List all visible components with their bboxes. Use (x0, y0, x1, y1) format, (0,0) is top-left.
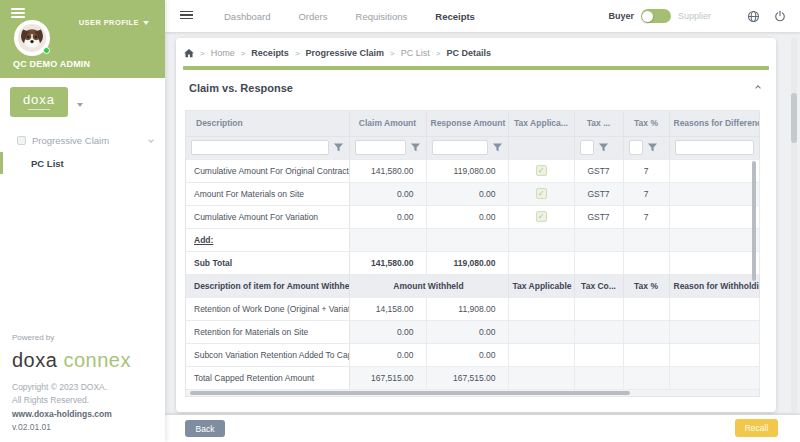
tax-applicable-checkbox[interactable]: ✓ (536, 188, 547, 199)
doxa-logo-subline (28, 109, 50, 110)
buyer-supplier-toggle[interactable] (641, 9, 671, 23)
sidebar-item-pc-list[interactable]: PC List (0, 151, 165, 175)
tax-code-cell: GST7 (574, 182, 623, 205)
logo-dropdown-caret[interactable] (77, 93, 83, 111)
tab-dashboard[interactable]: Dashboard (224, 11, 270, 22)
avatar[interactable] (14, 20, 50, 56)
copyright-text: Copyright © 2023 DOXA. (12, 381, 157, 394)
scrollbar-thumb[interactable] (791, 93, 797, 143)
claim-amount-cell: 141,580.00 (349, 159, 426, 182)
breadcrumb-receipts[interactable]: Receipts (251, 48, 289, 58)
power-icon[interactable] (774, 10, 786, 22)
breadcrumb-separator: > (241, 49, 246, 58)
tax-pct-cell: 7 (623, 159, 669, 182)
sidebar-header: USER PROFILE QC DEMO ADMIN (0, 0, 165, 78)
filter-tax-code-input[interactable] (580, 140, 594, 155)
nav-tabs: Dashboard Orders Requisitions Receipts (224, 11, 475, 22)
filter-row (186, 136, 759, 159)
chevron-down-icon (77, 103, 83, 107)
sidebar: USER PROFILE QC DEMO ADMIN doxa (0, 0, 165, 442)
filter-claim-amount-input[interactable] (355, 140, 406, 155)
table-vertical-scrollbar[interactable] (752, 161, 756, 281)
user-name: QC DEMO ADMIN (13, 59, 90, 69)
scrollbar-thumb[interactable] (190, 391, 630, 395)
description-cell: Cumulative Amount For Variation (186, 205, 349, 228)
brand-doxa: doxa (12, 349, 57, 371)
withheld-header-row: Description of item for Amount Withheld … (186, 274, 759, 297)
buyer-label: Buyer (608, 11, 634, 21)
user-profile-menu[interactable]: USER PROFILE (79, 18, 149, 27)
tab-receipts[interactable]: Receipts (435, 11, 475, 22)
toggle-knob (642, 11, 653, 22)
back-button[interactable]: Back (185, 420, 225, 437)
doxa-logo-button[interactable]: doxa (10, 87, 68, 117)
active-item-indicator (0, 152, 3, 174)
col-header-response-amount[interactable]: Response Amount (426, 111, 508, 136)
filter-reasons-input[interactable] (675, 140, 754, 155)
filter-response-amount-input[interactable] (432, 140, 488, 155)
col-header-tax-code[interactable]: Tax ... (574, 111, 623, 136)
page-scrollbar[interactable] (791, 38, 797, 412)
col-header-tax-applicable[interactable]: Tax Applica... (508, 111, 574, 136)
topbar-hamburger-icon[interactable] (180, 11, 193, 22)
panel-header: Claim vs. Response (176, 70, 776, 104)
description-cell: Retention of Work Done (Original + Varia… (186, 297, 349, 320)
sidebar-footer: Powered by doxa connex Copyright © 2023 … (12, 333, 157, 434)
document-icon (17, 136, 26, 145)
withheld-col-tax-applicable: Tax Applicable (508, 274, 574, 297)
home-icon[interactable] (184, 49, 194, 58)
filter-tax-pct-input[interactable] (629, 140, 643, 155)
col-header-tax-pct[interactable]: Tax % (623, 111, 669, 136)
breadcrumb-home[interactable]: Home (211, 48, 235, 58)
withheld-col-tax-code: Tax Co... (574, 274, 623, 297)
tax-code-cell: GST7 (574, 205, 623, 228)
collapse-chevron-icon[interactable] (755, 85, 761, 91)
breadcrumb-progressive-claim[interactable]: Progressive Claim (306, 48, 385, 58)
chevron-down-icon (148, 137, 154, 143)
breadcrumb-separator: > (295, 49, 300, 58)
table-horizontal-scrollbar[interactable] (185, 390, 760, 397)
content-area: > Home > Receipts > Progressive Claim > … (165, 32, 800, 415)
website-link[interactable]: www.doxa-holdings.com (12, 408, 157, 421)
description-cell: Retention for Materials on Site (186, 320, 349, 343)
filter-funnel-icon[interactable] (333, 142, 344, 153)
reasons-cell (669, 182, 759, 205)
filter-funnel-icon[interactable] (492, 142, 503, 153)
col-header-description[interactable]: Description (186, 111, 349, 136)
sidebar-item-label: PC List (31, 158, 64, 169)
response-amount-cell: 119,080.00 (426, 159, 508, 182)
breadcrumb-pc-details[interactable]: PC Details (446, 48, 491, 58)
tax-applicable-checkbox[interactable]: ✓ (536, 211, 547, 222)
breadcrumb: > Home > Receipts > Progressive Claim > … (176, 38, 776, 66)
withheld-claim-cell: 14,158.00 (349, 297, 426, 320)
recall-button[interactable]: Recall (735, 419, 778, 437)
rights-text: All Rights Reserved. (12, 394, 157, 407)
globe-icon[interactable] (747, 10, 760, 23)
filter-funnel-icon[interactable] (598, 142, 609, 153)
tab-requisitions[interactable]: Requisitions (356, 11, 408, 22)
filter-description-input[interactable] (191, 140, 329, 155)
doxa-logo-text: doxa (23, 94, 55, 106)
reasons-cell (669, 205, 759, 228)
topbar: Dashboard Orders Requisitions Receipts B… (165, 0, 800, 32)
sidebar-item-progressive-claim[interactable]: Progressive Claim (0, 129, 165, 151)
version-text: v.02.01.01 (12, 421, 157, 434)
tax-applicable-checkbox[interactable]: ✓ (536, 165, 547, 176)
subtotal-row: Sub Total 141,580.00 119,080.00 (186, 251, 759, 274)
breadcrumb-pc-list[interactable]: PC List (401, 48, 430, 58)
sidebar-hamburger-icon[interactable] (11, 8, 25, 20)
filter-funnel-icon[interactable] (647, 142, 658, 153)
table-row: Cumulative Amount For Original Contract … (186, 159, 759, 182)
withheld-response-cell: 0.00 (426, 320, 508, 343)
filter-funnel-icon[interactable] (410, 142, 421, 153)
reasons-cell (669, 159, 759, 182)
col-header-claim-amount[interactable]: Claim Amount (349, 111, 426, 136)
add-link[interactable]: Add: (194, 235, 213, 245)
table-row: Cumulative Amount For Variation 0.00 0.0… (186, 205, 759, 228)
add-row: Add: (186, 228, 759, 251)
tab-orders[interactable]: Orders (298, 11, 327, 22)
claim-amount-cell: 0.00 (349, 182, 426, 205)
description-cell: Subcon Variation Retention Added To Capp… (186, 343, 349, 366)
col-header-reasons[interactable]: Reasons for Difference (669, 111, 759, 136)
withheld-claim-cell: 0.00 (349, 343, 426, 366)
